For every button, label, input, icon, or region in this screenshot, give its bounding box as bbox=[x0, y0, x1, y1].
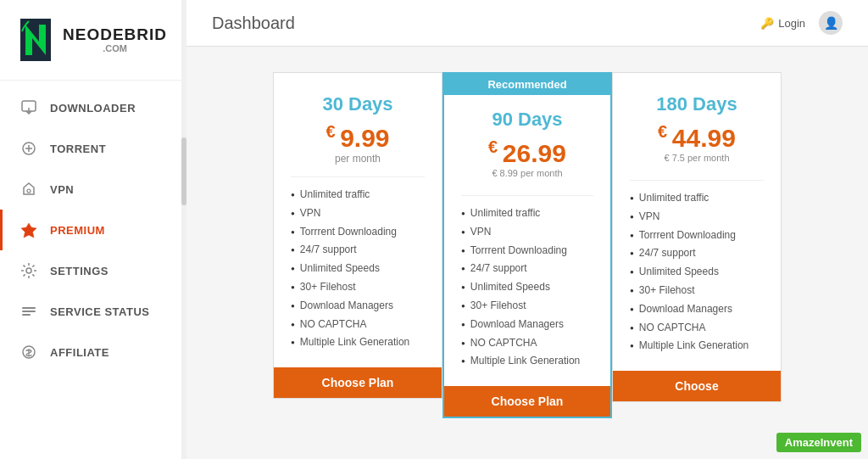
recommended-badge: Recommended bbox=[444, 74, 610, 95]
user-account-button[interactable]: 👤 bbox=[819, 11, 843, 35]
sidebar-item-service-status[interactable]: SERVICE STATUS bbox=[0, 291, 186, 332]
currency-symbol: € bbox=[488, 137, 503, 156]
feature-item: 30+ Filehost bbox=[630, 283, 764, 298]
feature-item: VPN bbox=[630, 210, 764, 224]
feature-item: Download Managers bbox=[630, 302, 764, 316]
plan-price-plan-90: € 26.99 bbox=[461, 137, 593, 168]
sidebar: NEODEBRID .COM DOWNLOADERTORRENTVPNPREMI… bbox=[0, 0, 186, 459]
feature-item: Unlimited traffic bbox=[461, 206, 593, 221]
currency-symbol: € bbox=[326, 122, 340, 141]
sidebar-item-label-affiliate: AFFILIATE bbox=[50, 346, 109, 359]
sidebar-item-label-torrent: TORRENT bbox=[50, 143, 106, 155]
svg-point-4 bbox=[27, 189, 31, 193]
feature-item: Multiple Link Generation bbox=[461, 354, 593, 368]
choose-plan-button-plan-90[interactable]: Choose Plan bbox=[444, 386, 610, 417]
feature-item: 30+ Filehost bbox=[461, 299, 593, 313]
sidebar-scrollbar[interactable] bbox=[181, 0, 186, 459]
svg-rect-6 bbox=[22, 307, 36, 309]
nav-menu: DOWNLOADERTORRENTVPNPREMIUMSETTINGSSERVI… bbox=[0, 81, 186, 459]
plan-price-plan-30: € 9.99 bbox=[291, 122, 425, 153]
plan-card-plan-90: Recommended90 Days€ 26.99€ 8.99 per mont… bbox=[442, 72, 612, 418]
plan-divider bbox=[291, 176, 425, 177]
sidebar-item-affiliate[interactable]: AFFILIATE bbox=[0, 332, 186, 372]
svg-point-5 bbox=[26, 268, 31, 273]
plan-card-plan-180: 180 Days€ 44.99€ 7.5 per monthUnlimited … bbox=[612, 72, 782, 402]
feature-item: Download Managers bbox=[291, 299, 425, 313]
svg-rect-7 bbox=[22, 311, 36, 312]
settings-icon bbox=[19, 261, 38, 280]
logo-area: NEODEBRID .COM bbox=[0, 0, 186, 81]
plan-days-plan-180: 180 Days bbox=[630, 93, 764, 115]
feature-item: Torrrent Downloading bbox=[630, 228, 764, 243]
plan-days-plan-30: 30 Days bbox=[291, 93, 425, 115]
brand-name: NEODEBRID bbox=[63, 26, 167, 44]
feature-item: 24/7 support bbox=[461, 261, 593, 276]
sidebar-item-torrent[interactable]: TORRENT bbox=[0, 128, 186, 169]
sidebar-item-downloader[interactable]: DOWNLOADER bbox=[0, 87, 186, 128]
plan-sub-price-plan-90: € 8.99 per month bbox=[461, 168, 593, 178]
neodebrid-logo-icon bbox=[14, 14, 58, 65]
svg-rect-8 bbox=[22, 314, 31, 316]
sidebar-item-label-vpn: VPN bbox=[50, 183, 74, 196]
feature-item: Torrrent Downloading bbox=[291, 225, 425, 239]
premium-icon bbox=[19, 221, 38, 239]
feature-item: Unlimited Speeds bbox=[461, 280, 593, 294]
key-icon: 🔑 bbox=[760, 17, 774, 30]
feature-item: Download Managers bbox=[461, 317, 593, 332]
sidebar-item-label-settings: SETTINGS bbox=[50, 265, 108, 277]
page-title: Dashboard bbox=[212, 14, 295, 33]
sidebar-item-label-downloader: DOWNLOADER bbox=[50, 102, 136, 115]
logo-text: NEODEBRID .COM bbox=[63, 26, 167, 54]
plans-content: 30 Days€ 9.99per monthUnlimited trafficV… bbox=[186, 47, 868, 459]
plan-features-plan-90: Unlimited trafficVPNTorrrent Downloading… bbox=[461, 206, 593, 372]
feature-item: NO CAPTCHA bbox=[630, 321, 764, 335]
plan-days-plan-90: 90 Days bbox=[461, 109, 593, 131]
sidebar-item-settings[interactable]: SETTINGS bbox=[0, 250, 186, 291]
login-label: Login bbox=[778, 17, 805, 30]
feature-item: NO CAPTCHA bbox=[291, 317, 425, 332]
watermark: AmazeInvent bbox=[776, 433, 861, 452]
brand-tld: .COM bbox=[63, 43, 167, 53]
plan-divider bbox=[461, 195, 593, 196]
feature-item: VPN bbox=[461, 225, 593, 239]
torrent-icon bbox=[19, 139, 38, 158]
sidebar-item-label-premium: PREMIUM bbox=[50, 224, 105, 237]
choose-plan-button-plan-30[interactable]: Choose Plan bbox=[274, 367, 442, 398]
plan-sub-price-plan-180: € 7.5 per month bbox=[630, 153, 764, 163]
vpn-icon bbox=[19, 180, 38, 199]
feature-item: 30+ Filehost bbox=[291, 280, 425, 294]
plans-container: 30 Days€ 9.99per monthUnlimited trafficV… bbox=[212, 72, 843, 418]
feature-item: 24/7 support bbox=[291, 243, 425, 257]
login-button[interactable]: 🔑 Login bbox=[760, 17, 805, 30]
main-content: Dashboard 🔑 Login 👤 30 Days€ 9.99per mon… bbox=[186, 0, 868, 459]
feature-item: NO CAPTCHA bbox=[461, 336, 593, 350]
feature-item: Torrrent Downloading bbox=[461, 243, 593, 258]
feature-item: Unlimited Speeds bbox=[291, 261, 425, 276]
sidebar-item-vpn[interactable]: VPN bbox=[0, 169, 186, 210]
affiliate-icon bbox=[19, 343, 38, 361]
sidebar-item-premium[interactable]: PREMIUM bbox=[0, 210, 186, 250]
plan-features-plan-30: Unlimited trafficVPNTorrrent Downloading… bbox=[291, 188, 425, 354]
plan-card-plan-30: 30 Days€ 9.99per monthUnlimited trafficV… bbox=[273, 72, 442, 399]
sidebar-scroll-thumb[interactable] bbox=[181, 137, 186, 205]
plan-per-month-plan-30: per month bbox=[291, 153, 425, 165]
sidebar-item-label-service-status: SERVICE STATUS bbox=[50, 305, 150, 318]
service-status-icon bbox=[19, 302, 38, 321]
feature-item: 24/7 support bbox=[630, 246, 764, 260]
feature-item: Unlimited Speeds bbox=[630, 265, 764, 279]
choose-plan-button-plan-180[interactable]: Choose bbox=[613, 371, 781, 401]
downloader-icon bbox=[19, 98, 38, 117]
feature-item: VPN bbox=[291, 206, 425, 221]
currency-symbol: € bbox=[658, 122, 672, 141]
feature-item: Unlimited traffic bbox=[630, 191, 764, 205]
feature-item: Unlimited traffic bbox=[291, 188, 425, 202]
feature-item: Multiple Link Generation bbox=[630, 339, 764, 353]
topbar-actions: 🔑 Login 👤 bbox=[760, 11, 843, 35]
plan-divider bbox=[630, 180, 764, 181]
plan-features-plan-180: Unlimited trafficVPNTorrrent Downloading… bbox=[630, 191, 764, 357]
feature-item: Multiple Link Generation bbox=[291, 335, 425, 350]
topbar: Dashboard 🔑 Login 👤 bbox=[186, 0, 868, 47]
plan-price-plan-180: € 44.99 bbox=[630, 122, 764, 153]
user-icon: 👤 bbox=[824, 16, 838, 30]
